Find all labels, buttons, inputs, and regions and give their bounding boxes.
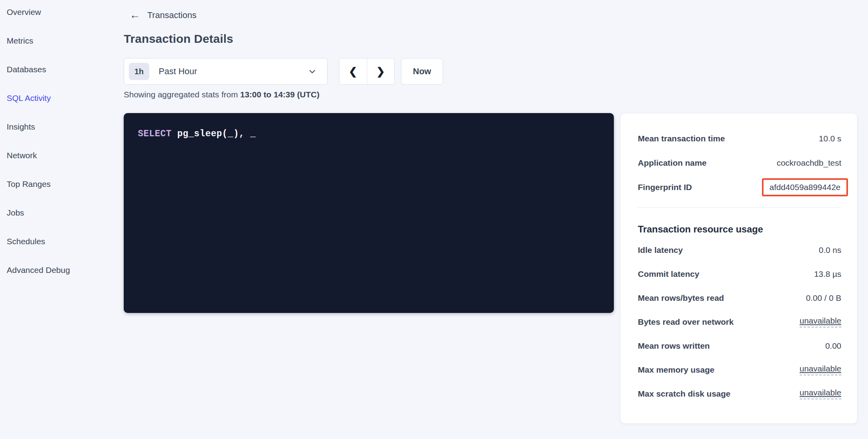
resource-usage-section-title: Transaction resource usage: [638, 223, 841, 235]
row-value: 13.8 µs: [814, 269, 841, 279]
row-value-unavailable: unavailable: [800, 364, 841, 375]
sql-statement-box: SELECT pg_sleep(_), _: [124, 113, 614, 313]
idle-latency-row: Idle latency 0.0 ns: [638, 238, 841, 262]
row-label: Max scratch disk usage: [638, 389, 731, 399]
row-label: Max memory usage: [638, 365, 714, 375]
mean-rows-bytes-read-row: Mean rows/bytes read 0.00 / 0 B: [638, 286, 841, 310]
sql-statement-text: pg_sleep(_), _: [172, 129, 256, 139]
breadcrumb-label: Transactions: [147, 10, 196, 20]
mean-transaction-time-row: Mean transaction time 10.0 s: [638, 126, 841, 151]
sql-keyword: SELECT: [138, 129, 172, 139]
sidebar-item-schedules[interactable]: Schedules: [0, 227, 118, 256]
breadcrumb-transactions-link[interactable]: ← Transactions: [130, 10, 196, 20]
page-title: Transaction Details: [124, 32, 233, 46]
row-label: Commit latency: [638, 269, 699, 279]
commit-latency-row: Commit latency 13.8 µs: [638, 262, 841, 286]
sidebar-item-advanced-debug[interactable]: Advanced Debug: [0, 256, 118, 284]
next-time-range-button[interactable]: ❯: [367, 59, 395, 84]
stats-line-prefix: Showing aggregated stats from: [124, 90, 240, 99]
row-value: 10.0 s: [819, 134, 841, 143]
row-label: Application name: [638, 158, 707, 168]
row-value: cockroachdb_test: [776, 158, 841, 168]
bytes-read-over-network-row: Bytes read over network unavailable: [638, 310, 841, 334]
time-range-selected: Past Hour: [159, 66, 308, 77]
row-label: Bytes read over network: [638, 317, 734, 327]
now-button[interactable]: Now: [401, 58, 443, 85]
time-range-dropdown[interactable]: 1h Past Hour: [124, 58, 328, 85]
sidebar-item-top-ranges[interactable]: Top Ranges: [0, 170, 118, 198]
card-divider: [638, 207, 841, 208]
sidebar-item-sql-activity[interactable]: SQL Activity: [0, 84, 118, 112]
sidebar-item-jobs[interactable]: Jobs: [0, 198, 118, 227]
resource-rows: Idle latency 0.0 ns Commit latency 13.8 …: [638, 238, 841, 406]
time-range-step-buttons: ❮ ❯: [339, 58, 395, 85]
chevron-right-icon: ❯: [376, 66, 385, 78]
summary-rows: Mean transaction time 10.0 s Application…: [638, 126, 841, 199]
row-label: Mean rows/bytes read: [638, 293, 724, 303]
max-memory-usage-row: Max memory usage unavailable: [638, 358, 841, 382]
row-value: 0.0 ns: [819, 245, 841, 255]
row-label: Fingerprint ID: [638, 183, 692, 192]
fingerprint-highlight-box: afdd4059a899442e: [762, 178, 848, 196]
chevron-down-icon: [308, 67, 317, 76]
row-label: Idle latency: [638, 245, 683, 255]
row-value-unavailable: unavailable: [800, 316, 841, 327]
row-label: Mean rows written: [638, 341, 710, 351]
previous-time-range-button[interactable]: ❮: [339, 59, 367, 84]
row-label: Mean transaction time: [638, 134, 725, 143]
mean-rows-written-row: Mean rows written 0.00: [638, 334, 841, 358]
row-value-unavailable: unavailable: [800, 388, 841, 399]
aggregated-stats-line: Showing aggregated stats from 13:00 to 1…: [124, 90, 319, 99]
application-name-row: Application name cockroachdb_test: [638, 151, 841, 175]
time-range-badge: 1h: [129, 63, 149, 80]
sidebar-item-databases[interactable]: Databases: [0, 55, 118, 84]
sidebar-item-insights[interactable]: Insights: [0, 112, 118, 141]
row-value: 0.00 / 0 B: [806, 293, 841, 303]
sidebar: Overview Metrics Databases SQL Activity …: [0, 0, 118, 284]
sidebar-item-metrics[interactable]: Metrics: [0, 26, 118, 55]
fingerprint-id-value: afdd4059a899442e: [769, 183, 841, 192]
row-value: 0.00: [825, 341, 841, 351]
back-arrow-icon: ←: [130, 10, 140, 20]
transaction-details-panel: Mean transaction time 10.0 s Application…: [620, 113, 857, 424]
sidebar-item-network[interactable]: Network: [0, 141, 118, 170]
chevron-left-icon: ❮: [349, 66, 357, 78]
fingerprint-id-row: Fingerprint ID afdd4059a899442e: [638, 175, 841, 199]
sidebar-item-overview[interactable]: Overview: [0, 0, 118, 26]
max-scratch-disk-usage-row: Max scratch disk usage unavailable: [638, 382, 841, 406]
stats-line-range: 13:00 to 14:39 (UTC): [240, 90, 320, 99]
